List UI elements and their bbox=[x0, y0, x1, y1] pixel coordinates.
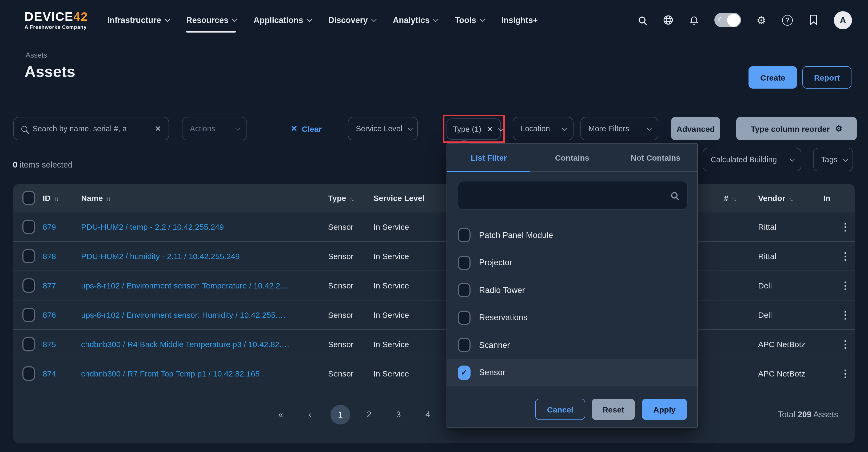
row-checkbox[interactable] bbox=[22, 220, 35, 234]
pagination-first[interactable]: « bbox=[278, 410, 283, 419]
asset-type: Sensor bbox=[328, 281, 353, 290]
nav-insights-plus[interactable]: Insights+ bbox=[501, 12, 538, 28]
type-column-reorder-button[interactable]: Type column reorder ⚙ bbox=[736, 117, 857, 140]
column-id[interactable]: ID bbox=[43, 193, 51, 203]
nav-discovery[interactable]: Discovery bbox=[329, 12, 375, 28]
row-actions-kebab[interactable]: ⋮ bbox=[840, 309, 850, 321]
asset-name-link[interactable]: chdbnb300 / R4 Back Middle Temperature p… bbox=[81, 340, 290, 349]
asset-id-link[interactable]: 877 bbox=[43, 281, 56, 290]
option-projector[interactable]: Projector bbox=[447, 249, 697, 276]
tags-dropdown[interactable]: Tags bbox=[813, 148, 853, 171]
cancel-button[interactable]: Cancel bbox=[535, 399, 585, 420]
option-scanner[interactable]: Scanner bbox=[447, 331, 697, 359]
service-level-filter-dropdown[interactable]: Service Level bbox=[348, 117, 418, 140]
tab-list-filter[interactable]: List Filter bbox=[447, 144, 531, 171]
checkbox[interactable] bbox=[458, 338, 470, 353]
asset-id-link[interactable]: 876 bbox=[43, 310, 56, 320]
chevron-down-icon bbox=[372, 17, 377, 22]
search-clear-icon[interactable]: ✕ bbox=[155, 124, 161, 133]
actions-dropdown[interactable]: Actions bbox=[182, 117, 247, 140]
select-all-checkbox[interactable] bbox=[22, 191, 35, 205]
sort-icon[interactable]: ↑↓ bbox=[54, 195, 58, 202]
asset-id-link[interactable]: 878 bbox=[43, 251, 56, 261]
nav-analytics[interactable]: Analytics bbox=[393, 12, 437, 28]
asset-name-link[interactable]: ups-8-r102 / Environment sensor: Humidit… bbox=[81, 310, 286, 320]
search-icon[interactable] bbox=[636, 14, 648, 26]
help-icon[interactable]: ? bbox=[782, 14, 793, 26]
column-vendor[interactable]: Vendor bbox=[758, 193, 785, 203]
popup-search-input[interactable] bbox=[458, 181, 688, 210]
clear-filters-button[interactable]: ✕ Clear bbox=[291, 117, 322, 140]
nav-tools[interactable]: Tools bbox=[455, 12, 484, 28]
checkbox[interactable] bbox=[458, 255, 470, 270]
column-in[interactable]: In bbox=[823, 193, 830, 203]
asset-search-input[interactable]: Search by name, serial #, a ✕ bbox=[13, 117, 169, 140]
theme-toggle[interactable]: ☾ bbox=[714, 13, 741, 27]
advanced-button[interactable]: Advanced bbox=[671, 117, 720, 140]
pagination-page-3[interactable]: 3 bbox=[396, 410, 401, 419]
calculated-building-dropdown[interactable]: Calculated Building bbox=[703, 148, 801, 171]
type-filter-dropdown[interactable]: Type (1) ✕ bbox=[446, 118, 501, 140]
row-checkbox[interactable] bbox=[22, 308, 35, 322]
reset-button[interactable]: Reset bbox=[592, 399, 635, 420]
row-actions-kebab[interactable]: ⋮ bbox=[840, 250, 850, 262]
option-sensor[interactable]: ✓ Sensor bbox=[447, 359, 697, 386]
row-checkbox[interactable] bbox=[22, 337, 35, 352]
column-hash[interactable]: # bbox=[724, 193, 728, 203]
pagination-page-4[interactable]: 4 bbox=[426, 410, 430, 419]
sort-icon[interactable]: ↑↓ bbox=[788, 195, 793, 202]
column-name[interactable]: Name bbox=[81, 193, 103, 203]
asset-id-link[interactable]: 874 bbox=[43, 369, 56, 378]
column-service-level[interactable]: Service Level bbox=[373, 193, 425, 203]
checkbox-checked[interactable]: ✓ bbox=[458, 366, 470, 380]
report-button[interactable]: Report bbox=[802, 66, 851, 89]
checkbox[interactable] bbox=[458, 283, 470, 298]
breadcrumb[interactable]: Assets bbox=[26, 51, 47, 59]
tab-contains[interactable]: Contains bbox=[531, 144, 614, 171]
row-actions-kebab[interactable]: ⋮ bbox=[840, 338, 850, 350]
option-patch-panel-module[interactable]: Patch Panel Module bbox=[447, 221, 697, 249]
asset-name-link[interactable]: ups-8-r102 / Environment sensor: Tempera… bbox=[81, 281, 288, 290]
sort-icon[interactable]: ↑↓ bbox=[732, 195, 736, 202]
column-type[interactable]: Type bbox=[328, 193, 346, 203]
asset-id-link[interactable]: 875 bbox=[43, 340, 56, 349]
sort-icon[interactable]: ↑↓ bbox=[349, 195, 353, 202]
avatar[interactable]: A bbox=[834, 11, 852, 29]
asset-name-link[interactable]: PDU-HUM2 / humidity - 2.11 / 10.42.255.2… bbox=[81, 251, 240, 261]
sort-icon[interactable]: ↑↓ bbox=[106, 195, 110, 202]
row-actions-kebab[interactable]: ⋮ bbox=[840, 221, 850, 233]
notifications-bell-icon[interactable] bbox=[688, 14, 700, 26]
asset-id-link[interactable]: 879 bbox=[43, 222, 56, 231]
asset-name-link[interactable]: PDU-HUM2 / temp - 2.2 / 10.42.255.249 bbox=[81, 222, 224, 231]
row-checkbox[interactable] bbox=[22, 278, 35, 293]
row-checkbox[interactable] bbox=[22, 366, 35, 381]
apply-button[interactable]: Apply bbox=[642, 399, 687, 420]
globe-icon[interactable] bbox=[662, 14, 674, 26]
chevron-down-icon bbox=[408, 125, 413, 130]
checkbox[interactable] bbox=[458, 228, 470, 243]
asset-vendor: APC NetBotz bbox=[758, 369, 805, 378]
remove-type-filter-icon[interactable]: ✕ bbox=[487, 125, 493, 133]
row-checkbox[interactable] bbox=[22, 249, 35, 263]
nav-applications[interactable]: Applications bbox=[254, 12, 311, 28]
more-filters-dropdown[interactable]: More Filters bbox=[581, 117, 658, 140]
settings-gear-icon[interactable]: ⚙ bbox=[755, 14, 767, 26]
nav-infrastructure[interactable]: Infrastructure bbox=[107, 12, 168, 28]
row-actions-kebab[interactable]: ⋮ bbox=[840, 279, 850, 292]
create-button[interactable]: Create bbox=[748, 66, 797, 89]
nav-resources[interactable]: Resources bbox=[186, 12, 236, 28]
device42-logo[interactable]: DEVICE42 A Freshworks Company bbox=[25, 11, 88, 30]
pagination-page-2[interactable]: 2 bbox=[367, 410, 372, 419]
gear-icon: ⚙ bbox=[835, 124, 842, 133]
checkbox[interactable] bbox=[458, 310, 470, 325]
table-row: 876 ups-8-r102 / Environment sensor: Hum… bbox=[13, 300, 855, 329]
asset-name-link[interactable]: chdbnb300 / R7 Front Top Temp p1 / 10.42… bbox=[81, 369, 259, 378]
option-reservations[interactable]: Reservations bbox=[447, 304, 697, 331]
row-actions-kebab[interactable]: ⋮ bbox=[840, 367, 850, 380]
tab-not-contains[interactable]: Not Contains bbox=[614, 144, 697, 171]
pagination-prev[interactable]: ‹ bbox=[309, 410, 312, 419]
location-filter-dropdown[interactable]: Location bbox=[513, 117, 574, 140]
bookmark-icon[interactable] bbox=[808, 14, 819, 26]
pagination-page-1[interactable]: 1 bbox=[331, 405, 350, 424]
option-radio-tower[interactable]: Radio Tower bbox=[447, 276, 697, 304]
